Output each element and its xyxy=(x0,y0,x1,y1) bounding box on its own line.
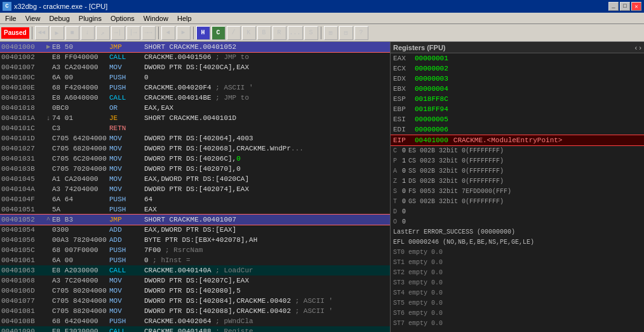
window-controls[interactable]: _ □ ✕ xyxy=(608,2,641,11)
row-marker xyxy=(44,62,52,72)
btn-r[interactable]: R xyxy=(272,26,286,40)
menu-debug[interactable]: Debug xyxy=(45,14,73,23)
help-btn[interactable]: ? xyxy=(354,26,368,40)
row-marker xyxy=(44,265,52,276)
btn-k[interactable]: K xyxy=(242,26,256,40)
table-row[interactable]: 0040103B C705 70204000 MOV DWORD PTR DS:… xyxy=(0,164,390,174)
close-button[interactable]: ✕ xyxy=(631,2,641,11)
reg-row-eax[interactable]: EAX 00000001 xyxy=(391,53,644,63)
table-row[interactable]: 00401007 A3 CA204000 MOV DWORD PTR DS:[4… xyxy=(0,62,390,72)
table-row[interactable]: 00401052 ^ EB B3 JMP SHORT CRACKME.00401… xyxy=(0,215,390,225)
bytes: C705 84204000 xyxy=(52,296,109,306)
fpu-row-0: ST0 empty 0.0 xyxy=(391,248,644,258)
reg-row-edi[interactable]: EDI 00000006 xyxy=(391,124,644,135)
reg-row-esi[interactable]: ESI 00000005 xyxy=(391,114,644,124)
skip-button[interactable]: →→ xyxy=(142,26,156,40)
sep1 xyxy=(32,27,32,39)
table-row[interactable]: 0040108B 68 64204000 PUSH CRACKME.004020… xyxy=(0,316,390,326)
next-button[interactable]: ► xyxy=(177,26,191,40)
bytes: E8 FF040000 xyxy=(52,52,109,62)
mnemonic: OR xyxy=(109,103,144,113)
menu-file[interactable]: File xyxy=(1,14,20,23)
operand: DWORD PTR DS:[402070],0 xyxy=(144,164,390,174)
table-row[interactable]: 00401031 C705 6C204000 MOV DWORD PTR DS:… xyxy=(0,154,390,164)
row-marker xyxy=(44,225,52,235)
operand: DWORD PTR DS:[4020CA],EAX xyxy=(144,62,390,72)
pause-button[interactable]: ■ xyxy=(65,26,79,40)
table-row[interactable]: 00401045 A1 CA204000 MOV EAX,DWORD PTR D… xyxy=(0,174,390,184)
operand: DWORD PTR DS:[402074],EAX xyxy=(144,184,390,194)
table-row[interactable]: 0040100E 68 F4204000 PUSH CRACKME.004020… xyxy=(0,83,390,93)
minimize-button[interactable]: _ xyxy=(608,2,619,11)
reg-row-ecx[interactable]: ECX 00000002 xyxy=(391,63,644,74)
reg-row-edx[interactable]: EDX 00000003 xyxy=(391,74,644,84)
menu-plugins[interactable]: Plugins xyxy=(75,14,105,23)
table-row[interactable]: 00401068 A3 7C204000 MOV DWORD PTR DS:[4… xyxy=(0,276,390,286)
mnemonic: PUSH xyxy=(109,316,144,326)
table-row[interactable]: 0040105C 68 007F0000 PUSH 7F00 ; RsrcNam xyxy=(0,245,390,255)
btn-b[interactable]: B xyxy=(257,26,271,40)
address: 00401063 xyxy=(0,265,44,276)
table-row[interactable]: 00401061 6A 00 PUSH 0 ; hInst = xyxy=(0,255,390,265)
reg-row-ebx[interactable]: EBX 00000004 xyxy=(391,84,644,94)
menu-window[interactable]: Window xyxy=(140,14,172,23)
table-row[interactable]: 00401051 5A PUSH EAX xyxy=(0,204,390,215)
bytes: A3 CA204000 xyxy=(52,62,109,72)
layout-btn1[interactable]: ⊞ xyxy=(324,26,338,40)
table-row[interactable]: 00401077 C705 84204000 MOV DWORD PTR DS:… xyxy=(0,296,390,306)
mnemonic: ADD xyxy=(109,225,144,235)
bytes: C705 70204000 xyxy=(52,164,109,174)
table-row[interactable]: 0040101A ↓ 74 01 JE SHORT CRACKME.004010… xyxy=(0,113,390,123)
table-row[interactable]: 0040101D C705 64204000 MOV DWORD PTR DS:… xyxy=(0,133,390,143)
sep3 xyxy=(193,27,194,39)
disassembly-panel[interactable]: 00401000 ► EB 50 JMP SHORT CRACKME.00401… xyxy=(0,42,391,332)
reg-value: 00000005 xyxy=(415,114,448,124)
table-row[interactable]: 0040100C 6A 00 PUSH 0 xyxy=(0,72,390,83)
operand: DWORD PTR DS:[402080],5 xyxy=(144,286,390,296)
step-out-button[interactable]: →| xyxy=(111,26,125,40)
btn-c[interactable]: C xyxy=(211,26,225,40)
bytes: A3 74204000 xyxy=(52,184,109,194)
mnemonic: PUSH xyxy=(109,204,144,215)
step-into-button[interactable]: ↓ xyxy=(81,26,95,40)
table-row[interactable]: 00401090 E8 F3030000 CALL CRACKME.004014… xyxy=(0,326,390,332)
layout-btn2[interactable]: ⊟ xyxy=(339,26,353,40)
btn-dots[interactable]: ... xyxy=(288,26,303,40)
run-button[interactable]: ▶ xyxy=(50,26,64,40)
registers-collapse[interactable]: ‹ › xyxy=(635,42,641,53)
table-row[interactable]: 00401081 C705 88204000 MOV DWORD PTR DS:… xyxy=(0,306,390,316)
table-row[interactable]: 00401054 0300 ADD EAX,DWORD PTR DS:[EAX] xyxy=(0,225,390,235)
table-row[interactable]: 00401013 E8 A6040000 CALL CRACKME.004014… xyxy=(0,93,390,103)
maximize-button[interactable]: □ xyxy=(620,2,630,11)
run-to-cursor-button[interactable]: |→ xyxy=(126,26,140,40)
restart-button[interactable]: ◄◄ xyxy=(35,26,49,40)
reg-row-eip[interactable]: EIP 00401000 CRACKME.<ModuleEntryPoint> xyxy=(391,135,644,145)
table-row[interactable]: 0040106D C705 80204000 MOV DWORD PTR DS:… xyxy=(0,286,390,296)
address: 0040101A xyxy=(0,113,44,123)
table-row[interactable]: 00401056 00A3 78204000 ADD BYTE PTR DS:[… xyxy=(0,235,390,245)
table-row[interactable]: 0040101C C3 RETN xyxy=(0,123,390,133)
fpu-row-1: ST1 empty 0.0 xyxy=(391,258,644,268)
prev-button[interactable]: ◄ xyxy=(161,26,175,40)
reg-row-esp[interactable]: ESP 0018FF8C xyxy=(391,94,644,104)
table-row[interactable]: 0040104A A3 74204000 MOV DWORD PTR DS:[4… xyxy=(0,184,390,194)
table-row[interactable]: 00401063 E8 A2030000 CALL CRACKME.004014… xyxy=(0,265,390,276)
btn-h[interactable]: H xyxy=(196,26,210,40)
menu-options[interactable]: Options xyxy=(107,14,138,23)
table-row[interactable]: 00401018 0BC0 OR EAX,EAX xyxy=(0,103,390,113)
btn-s[interactable]: S xyxy=(304,26,318,40)
toolbar: Paused ◄◄ ▶ ■ ↓ ↗ →| |→ →→ ◄ ► H C / K B… xyxy=(0,24,644,42)
table-row[interactable]: 0040104F 6A 64 PUSH 64 xyxy=(0,194,390,204)
btn-slash[interactable]: / xyxy=(227,26,241,40)
menu-view[interactable]: View xyxy=(22,14,44,23)
reg-row-ebp[interactable]: EBP 0018FF94 xyxy=(391,104,644,114)
seg-row-t: T 0 GS 002B 32bit 0(FFFFFFFF) xyxy=(391,197,644,207)
row-marker xyxy=(44,316,52,326)
table-row[interactable]: 00401002 E8 FF040000 CALL CRACKME.004015… xyxy=(0,52,390,62)
step-over-button[interactable]: ↗ xyxy=(96,26,110,40)
operand: CRACKME.00401488 ; Registe xyxy=(144,326,390,332)
app-icon: C xyxy=(3,2,11,11)
menu-help[interactable]: Help xyxy=(173,14,196,23)
table-row[interactable]: 00401000 ► EB 50 JMP SHORT CRACKME.00401… xyxy=(0,42,390,52)
table-row[interactable]: 00401027 C705 68204000 MOV DWORD PTR DS:… xyxy=(0,143,390,154)
